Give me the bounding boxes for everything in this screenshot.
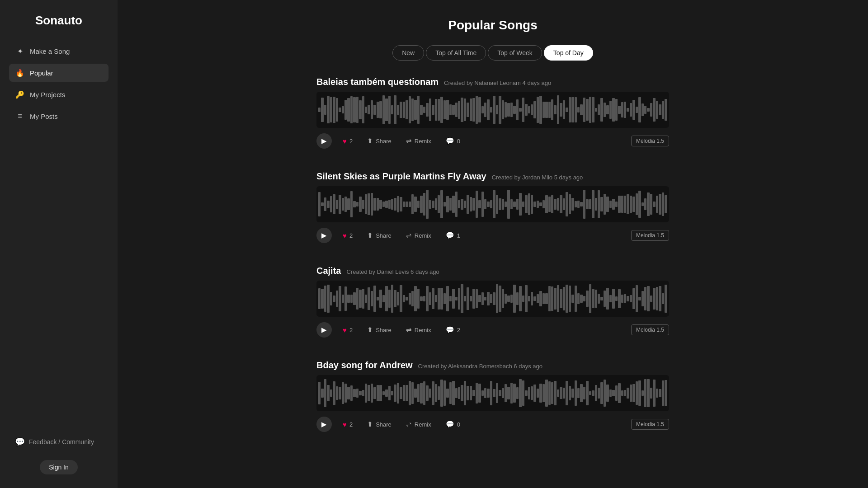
song-title: Baleias também questionam [316,77,439,87]
page-title: Popular Songs [316,18,669,33]
remix-icon: ⇌ [406,420,412,428]
waveform-bars [318,375,667,411]
like-button[interactable]: ♥ 2 [339,230,356,241]
share-icon: ⬆ [367,326,373,334]
song-card: Baleias também questionam Created by Nat… [316,77,669,149]
comment-icon: 💬 [446,420,454,428]
song-meta: Created by Daniel Levis 6 days ago [346,268,439,275]
tab-top-all-time[interactable]: Top of All Time [426,45,486,61]
remix-button[interactable]: ⇌ Remix [402,230,435,241]
song-actions: ▶ ♥ 2 ⬆ Share ⇌ Remix 💬 0 Melodia 1.5 [316,417,669,432]
play-icon: ▶ [321,137,327,145]
song-meta: Created by Jordan Milo 5 days ago [492,174,583,181]
share-icon: ⬆ [367,137,373,145]
waveform-bars [318,92,667,128]
play-button[interactable]: ▶ [316,417,332,432]
like-button[interactable]: ♥ 2 [339,419,356,430]
model-badge: Melodia 1.5 [631,230,669,241]
remix-label: Remix [415,327,431,333]
like-count: 2 [349,232,353,239]
play-icon: ▶ [321,420,327,428]
sidebar-label-popular: Popular [30,69,53,77]
heart-icon: ♥ [343,232,347,239]
share-label: Share [376,138,392,145]
play-button[interactable]: ▶ [316,133,332,149]
like-count: 2 [349,421,353,428]
remix-button[interactable]: ⇌ Remix [402,418,435,430]
song-header: Silent Skies as Purple Martins Fly Away … [316,171,669,182]
song-card: Bday song for Andrew Created by Aleksand… [316,360,669,432]
like-count: 2 [349,138,353,145]
like-button[interactable]: ♥ 2 [339,136,356,147]
app-logo: Sonauto [9,14,108,28]
comment-button[interactable]: 💬 0 [442,418,464,430]
heart-icon: ♥ [343,421,347,428]
remix-icon: ⇌ [406,326,412,334]
comment-count: 0 [457,421,460,428]
waveform[interactable] [316,375,669,411]
comment-button[interactable]: 💬 1 [442,230,464,241]
discord-icon: 💬 [15,437,24,446]
comment-count: 0 [457,138,460,145]
play-button[interactable]: ▶ [316,228,332,243]
song-actions: ▶ ♥ 2 ⬆ Share ⇌ Remix 💬 0 Melodia 1.5 [316,133,669,149]
waveform-bars [318,281,667,317]
sidebar-item-popular[interactable]: 🔥 Popular [9,64,108,82]
sign-in-button[interactable]: Sign In [40,460,78,474]
tab-new[interactable]: New [392,45,424,61]
popular-icon: 🔥 [15,68,24,77]
song-actions: ▶ ♥ 2 ⬆ Share ⇌ Remix 💬 2 Melodia 1.5 [316,322,669,338]
share-button[interactable]: ⬆ Share [363,230,395,241]
waveform[interactable] [316,281,669,317]
comment-icon: 💬 [446,231,454,239]
comment-count: 1 [457,232,460,239]
share-icon: ⬆ [367,420,373,428]
song-card: Cajita Created by Daniel Levis 6 days ag… [316,266,669,338]
filter-tabs: New Top of All Time Top of Week Top of D… [316,45,669,61]
remix-icon: ⇌ [406,231,412,239]
feedback-label: Feedback / Community [29,438,94,446]
sidebar: Sonauto ✦ Make a Song 🔥 Popular 🔑 My Pro… [0,0,118,488]
sidebar-label-my-posts: My Posts [30,113,58,120]
sidebar-label-my-projects: My Projects [30,91,65,99]
remix-button[interactable]: ⇌ Remix [402,135,435,147]
share-button[interactable]: ⬆ Share [363,324,395,336]
make-song-icon: ✦ [15,47,24,56]
comment-button[interactable]: 💬 0 [442,135,464,147]
model-badge: Melodia 1.5 [631,136,669,146]
like-count: 2 [349,327,353,333]
song-meta: Created by Aleksandra Bomersbach 6 days … [418,363,542,370]
share-button[interactable]: ⬆ Share [363,418,395,430]
my-posts-icon: ≡ [15,112,24,121]
song-header: Bday song for Andrew Created by Aleksand… [316,360,669,371]
comment-button[interactable]: 💬 2 [442,324,464,336]
tab-top-week[interactable]: Top of Week [488,45,542,61]
sidebar-label-make-a-song: Make a Song [30,47,70,55]
song-meta: Created by Natanael Leonam 4 days ago [444,80,551,86]
song-title: Silent Skies as Purple Martins Fly Away [316,171,486,182]
sidebar-item-make-a-song[interactable]: ✦ Make a Song [9,42,108,60]
remix-button[interactable]: ⇌ Remix [402,324,435,336]
heart-icon: ♥ [343,137,347,145]
like-button[interactable]: ♥ 2 [339,324,356,336]
share-button[interactable]: ⬆ Share [363,135,395,147]
waveform[interactable] [316,92,669,128]
waveform[interactable] [316,186,669,222]
play-button[interactable]: ▶ [316,322,332,338]
song-header: Cajita Created by Daniel Levis 6 days ag… [316,266,669,276]
my-projects-icon: 🔑 [15,90,24,99]
sidebar-item-my-projects[interactable]: 🔑 My Projects [9,85,108,103]
share-label: Share [376,327,392,333]
heart-icon: ♥ [343,326,347,334]
remix-label: Remix [415,421,431,428]
model-badge: Melodia 1.5 [631,324,669,335]
feedback-community-item[interactable]: 💬 Feedback / Community [9,433,108,451]
share-icon: ⬆ [367,231,373,239]
song-actions: ▶ ♥ 2 ⬆ Share ⇌ Remix 💬 1 Melodia 1.5 [316,228,669,243]
sidebar-item-my-posts[interactable]: ≡ My Posts [9,107,108,125]
comment-icon: 💬 [446,137,454,145]
model-badge: Melodia 1.5 [631,419,669,430]
tab-top-day[interactable]: Top of Day [544,45,593,61]
song-header: Baleias também questionam Created by Nat… [316,77,669,87]
waveform-bars [318,186,667,222]
